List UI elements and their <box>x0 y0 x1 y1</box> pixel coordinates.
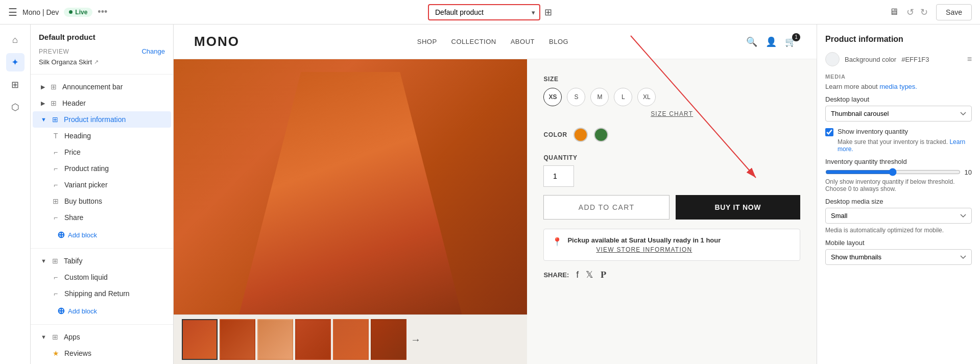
add-to-cart-button[interactable]: ADD TO CART <box>543 195 669 220</box>
sidebar-item-reviews[interactable]: ★ Reviews <box>33 345 171 361</box>
sidebar-icon-sections[interactable]: ⊞ <box>6 76 25 94</box>
size-label: SIZE <box>543 76 800 83</box>
sidebar-item-buy-buttons[interactable]: ⊞ Buy buttons <box>33 193 171 209</box>
sidebar-item-announcement[interactable]: ▶ ⊞ Announcement bar <box>33 79 171 95</box>
color-row: COLOR <box>543 128 800 142</box>
right-panel-title: Product information <box>825 35 972 44</box>
sidebar-icon-customize[interactable]: ✦ <box>6 53 25 71</box>
sidebar-item-product-information[interactable]: ▼ ⊞ Product information <box>33 111 171 128</box>
thumbnail-2[interactable] <box>220 319 255 360</box>
pickup-location-icon: 📍 <box>552 237 562 247</box>
sidebar-item-variant-picker[interactable]: ⌐ Variant picker <box>33 177 171 193</box>
desktop-layout-select[interactable]: Thumbnail carousel <box>825 106 972 122</box>
panel-menu-icon[interactable]: ≡ <box>967 55 972 64</box>
add-block-button-2[interactable]: ⊕ Add block <box>31 302 173 320</box>
liquid-icon: ⌐ <box>51 273 60 281</box>
change-link[interactable]: Change <box>141 47 165 55</box>
bg-color-swatch[interactable] <box>825 52 840 66</box>
more-options-icon[interactable]: ••• <box>98 7 107 17</box>
nav-blog[interactable]: BLOG <box>549 38 568 45</box>
thumbnail-4[interactable] <box>295 319 331 360</box>
color-swatch-orange[interactable] <box>573 128 588 142</box>
sidebar-item-price[interactable]: ⌐ Price <box>33 144 171 160</box>
main-image-placeholder <box>174 59 527 314</box>
sidebar-item-product-rating[interactable]: ⌐ Product rating <box>33 160 171 177</box>
price-icon: ⌐ <box>51 148 60 156</box>
menu-icon[interactable]: ☰ <box>8 6 17 18</box>
media-section-label: MEDIA <box>825 74 972 80</box>
media-types-link[interactable]: media types. <box>879 83 917 90</box>
size-chart-link[interactable]: SIZE CHART <box>543 110 800 117</box>
sidebar-item-header[interactable]: ▶ ⊞ Header <box>33 95 171 111</box>
header-icon: ⊞ <box>49 99 58 107</box>
topbar-left: ☰ Mono | Dev Live ••• <box>8 6 422 18</box>
nav-about[interactable]: ABOUT <box>511 38 535 45</box>
product-select-wrap[interactable]: Default product <box>428 4 540 20</box>
cart-icon[interactable]: 🛒 1 <box>785 36 796 47</box>
save-button[interactable]: Save <box>936 4 972 20</box>
nav-collection[interactable]: COLLECTION <box>451 38 496 45</box>
size-m[interactable]: M <box>590 88 609 106</box>
store-header: MONO SHOP COLLECTION ABOUT BLOG 🔍 👤 🛒 1 <box>174 25 817 59</box>
size-l[interactable]: L <box>614 88 632 106</box>
quantity-input[interactable] <box>543 165 574 187</box>
external-link-icon[interactable]: ↗ <box>94 59 99 65</box>
inventory-desc: Make sure that your inventory is tracked… <box>838 138 972 153</box>
pickup-box: 📍 Pickup available at Surat Usually read… <box>543 229 800 261</box>
media-description: Learn more about media types. <box>825 83 972 90</box>
pinterest-icon[interactable]: 𝐏 <box>601 270 606 280</box>
twitter-icon[interactable]: 𝕏 <box>586 269 593 280</box>
sidebar-item-share[interactable]: ⌐ Share <box>33 209 171 226</box>
account-icon[interactable]: 👤 <box>766 36 777 47</box>
store-nav: SHOP COLLECTION ABOUT BLOG <box>417 38 568 45</box>
bg-color-label: Background color <box>845 56 896 63</box>
sidebar-item-shipping-return[interactable]: ⌐ Shipping and Return <box>33 285 171 302</box>
topbar-title: Mono | Dev <box>22 8 59 16</box>
announcement-icon: ⊞ <box>49 83 58 91</box>
show-inventory-checkbox[interactable] <box>825 128 833 136</box>
search-icon[interactable]: 🔍 <box>746 36 757 47</box>
caret-down-icon: ▼ <box>41 116 46 123</box>
undo-button[interactable]: ↺ <box>904 5 916 20</box>
sidebar-icon-apps[interactable]: ⬡ <box>6 98 25 116</box>
sidebar-item-tabify[interactable]: ▼ ⊞ Tabify <box>33 253 171 269</box>
pickup-text: Pickup available at Surat Usually ready … <box>567 236 721 244</box>
desktop-media-select[interactable]: Small <box>825 208 972 224</box>
facebook-icon[interactable]: f <box>576 270 579 280</box>
live-badge: Live <box>64 8 92 17</box>
desktop-device-icon[interactable]: 🖥 <box>889 7 898 17</box>
store-logo: MONO <box>194 34 240 50</box>
share-icon: ⌐ <box>51 213 60 222</box>
thumbnail-5[interactable] <box>333 319 369 360</box>
buy-now-button[interactable]: BUY IT NOW <box>676 195 800 220</box>
main-image <box>174 59 527 314</box>
thumbnail-3[interactable] <box>257 319 293 360</box>
size-xs[interactable]: XS <box>543 88 562 106</box>
sidebar-item-apps[interactable]: ▼ ⊞ Apps <box>33 329 171 345</box>
threshold-slider[interactable] <box>825 168 961 176</box>
sidebar-item-custom-liquid[interactable]: ⌐ Custom liquid <box>33 269 171 285</box>
section-panel: Default product PREVIEW Change Silk Orga… <box>31 25 174 364</box>
color-swatch-green[interactable] <box>594 128 608 142</box>
mobile-layout-select[interactable]: Show thumbnails <box>825 249 972 265</box>
heading-icon: T <box>51 132 60 140</box>
product-info-icon: ⊞ <box>51 115 60 124</box>
thumbnail-1[interactable] <box>182 319 218 360</box>
nav-shop[interactable]: SHOP <box>417 38 437 45</box>
thumbnail-next-icon[interactable]: → <box>411 334 421 346</box>
threshold-desc: Only show inventory quantity if below th… <box>825 178 972 192</box>
view-store-link[interactable]: VIEW STORE INFORMATION <box>567 246 721 253</box>
thumbnail-6[interactable] <box>371 319 407 360</box>
tabify-icon: ⊞ <box>51 257 60 265</box>
size-options: XS S M L XL <box>543 88 800 106</box>
threshold-slider-row: 10 <box>825 168 972 176</box>
sidebar-icon-home[interactable]: ⌂ <box>6 31 25 49</box>
size-s[interactable]: S <box>567 88 585 106</box>
sidebar-item-heading[interactable]: T Heading <box>33 128 171 144</box>
product-select[interactable]: Default product <box>428 4 540 20</box>
grid-layout-icon[interactable]: ⊞ <box>544 7 552 18</box>
threshold-row-label: Inventory quantity threshold <box>825 158 972 165</box>
add-block-button-1[interactable]: ⊕ Add block <box>31 226 173 244</box>
redo-button[interactable]: ↻ <box>918 5 930 20</box>
size-xl[interactable]: XL <box>637 88 656 106</box>
